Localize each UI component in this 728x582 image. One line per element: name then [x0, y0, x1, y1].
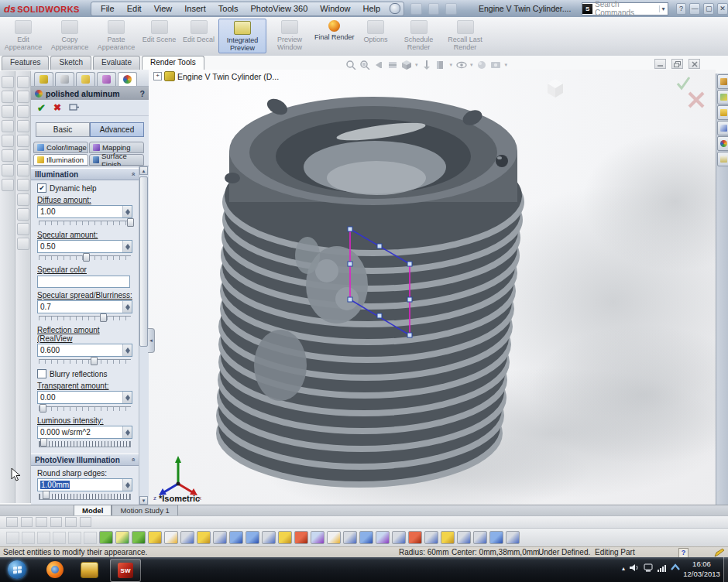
sketch-vertex-handle[interactable] [407, 333, 412, 337]
taskbar-clock[interactable]: 16:06 12/03/2013 [682, 560, 722, 580]
slider-thumb[interactable] [127, 218, 134, 227]
filter-tool-icon[interactable] [148, 531, 162, 544]
toolbar-icon[interactable] [17, 149, 29, 162]
round-sharp-edges-slider[interactable] [39, 494, 131, 500]
menu-file[interactable]: File [94, 4, 121, 13]
toolbar-icon[interactable] [2, 179, 14, 191]
diffuse-amount-input[interactable]: 1.00 [37, 205, 132, 218]
filter-tool-icon[interactable] [441, 531, 455, 544]
previous-view-icon[interactable] [373, 59, 384, 70]
blurry-reflections-checkbox[interactable] [37, 369, 46, 378]
restore-button[interactable]: ▢ [703, 3, 714, 15]
menu-insert[interactable]: Insert [178, 4, 212, 13]
featuremanager-tree-tab[interactable] [34, 72, 53, 86]
sketch-vertex-handle[interactable] [348, 297, 352, 302]
spinner-icon[interactable] [122, 241, 132, 252]
configurationmanager-tab[interactable] [76, 72, 95, 86]
filter-tool-icon[interactable] [115, 531, 129, 544]
toolbar-icon[interactable] [2, 135, 14, 147]
specular-color-swatch[interactable] [37, 276, 130, 288]
filter-tool-icon[interactable] [359, 531, 373, 544]
toolbar-icon[interactable] [17, 135, 29, 147]
sketch-midpoint-handle[interactable] [377, 244, 382, 248]
tab-color-image[interactable]: Color/Image [33, 142, 88, 153]
schedule-render-button[interactable]: Schedule Render [396, 19, 442, 52]
motion-study-tab[interactable]: Motion Study 1 [112, 505, 177, 515]
close-button[interactable]: ✕ [717, 3, 728, 15]
toolbar-icon[interactable] [17, 76, 29, 88]
toolbar-icon[interactable] [17, 223, 29, 235]
sketch-vertex-handle[interactable] [407, 262, 412, 266]
advanced-mode-button[interactable]: Advanced [90, 122, 144, 137]
apply-scene-icon[interactable] [421, 59, 433, 70]
expand-icon[interactable]: + [153, 72, 162, 80]
filter-tool-icon[interactable] [132, 531, 146, 544]
toolbar-icon[interactable] [2, 76, 14, 88]
zoom-fit-icon[interactable] [345, 59, 356, 70]
view-palette-tab[interactable] [717, 121, 728, 135]
toolbar-icon[interactable] [22, 532, 35, 544]
doc-close-icon[interactable] [689, 59, 700, 69]
menu-photoview360[interactable]: PhotoView 360 [245, 4, 314, 13]
paste-appearance-button[interactable]: Paste Appearance [93, 19, 139, 52]
feature-tree-flyout[interactable]: + Engine V Twin Cylinder (D... [153, 71, 279, 81]
toolbar-icon[interactable] [17, 105, 29, 118]
collapse-icon[interactable]: » [129, 457, 136, 461]
toolbar-icon[interactable] [17, 91, 29, 103]
chevron-down-icon[interactable]: ▾ [450, 62, 453, 68]
toolbar-icon[interactable] [17, 193, 29, 206]
spinner-icon[interactable] [122, 392, 132, 403]
hide-show-items-icon[interactable] [455, 59, 467, 70]
specular-amount-slider[interactable] [39, 255, 131, 262]
options-button[interactable]: Options [356, 19, 396, 44]
toolbar-icon[interactable] [80, 517, 91, 527]
toolbar-icon[interactable] [17, 208, 29, 221]
solidworks-resources-tab[interactable] [717, 74, 728, 89]
model-tab[interactable]: Model [74, 505, 112, 515]
slider-thumb[interactable] [100, 313, 107, 322]
app-taskbar-icon[interactable] [81, 562, 98, 578]
signal-bars-icon[interactable] [658, 565, 666, 572]
filter-tool-icon[interactable] [327, 531, 341, 544]
specular-amount-input[interactable]: 0.50 [37, 240, 132, 253]
filter-tool-icon[interactable] [311, 531, 325, 544]
view-orientation-cube-icon[interactable] [400, 59, 412, 70]
volume-icon[interactable] [630, 563, 639, 573]
spinner-icon[interactable] [122, 301, 132, 313]
search-commands-box[interactable]: S Search Commands ▾ [582, 2, 668, 15]
filter-tool-icon[interactable] [457, 531, 471, 544]
photoview-illumination-header[interactable]: PhotoView Illumination » [31, 454, 139, 466]
help-button[interactable]: ? [676, 3, 687, 15]
preview-window-button[interactable]: Preview Window [266, 19, 313, 52]
toolbar-icon[interactable] [2, 149, 14, 162]
filter-tool-icon[interactable] [294, 531, 308, 544]
toolbar-icon[interactable] [36, 517, 47, 527]
section-view-icon[interactable] [386, 59, 398, 70]
tab-render-tools[interactable]: Render Tools [142, 56, 204, 70]
toolbar-icon[interactable] [21, 517, 33, 527]
reflection-amount-slider[interactable] [39, 359, 131, 366]
toolbar-icon[interactable] [2, 164, 14, 176]
menu-help[interactable]: Help [356, 4, 386, 13]
scroll-down-icon[interactable]: ▼ [139, 496, 148, 505]
pin-menu-icon[interactable] [390, 3, 400, 14]
solidworks-taskbar-button[interactable]: SW [110, 559, 141, 582]
filter-tool-icon[interactable] [408, 531, 422, 544]
edit-decal-button[interactable]: Edit Decal [179, 19, 218, 44]
slider-thumb[interactable] [43, 491, 50, 499]
filter-tool-icon[interactable] [343, 531, 357, 544]
toolbar-icon[interactable] [37, 532, 50, 544]
filter-tool-icon[interactable] [376, 531, 390, 544]
final-render-button[interactable]: Final Render [313, 19, 356, 42]
toolbar-icon[interactable] [2, 120, 14, 132]
menu-tools[interactable]: Tools [212, 4, 245, 13]
dynamic-help-checkbox[interactable]: ✔ [37, 183, 46, 193]
menu-edit[interactable]: Edit [121, 4, 148, 13]
doc-minimize-icon[interactable] [654, 59, 666, 69]
tab-illumination[interactable]: Illumination [33, 154, 88, 166]
round-sharp-edges-input[interactable]: 1.00mm [37, 478, 132, 491]
appearances-scenes-tab[interactable] [717, 136, 728, 151]
file-explorer-tab[interactable] [717, 105, 728, 120]
toolbar-icon[interactable] [6, 517, 18, 527]
toolbar-icon[interactable] [17, 120, 29, 132]
